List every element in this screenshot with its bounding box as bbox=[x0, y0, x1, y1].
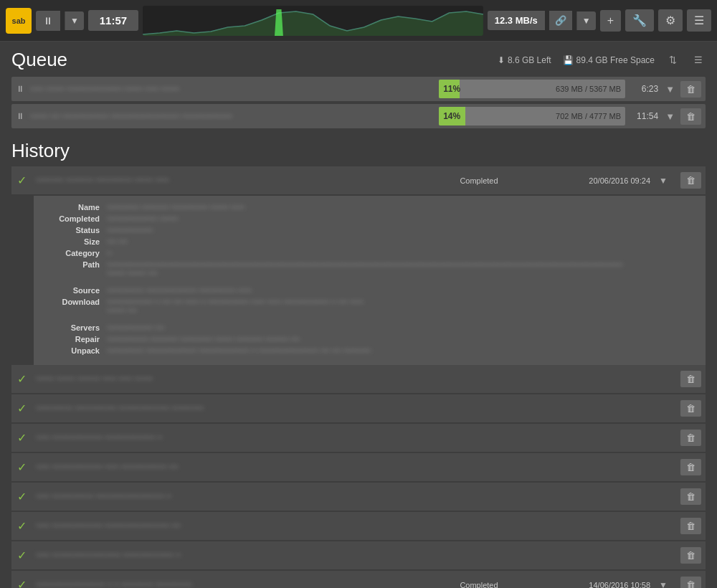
queue-eta: 11:54 bbox=[630, 111, 658, 121]
completed-check-icon: ✓ bbox=[17, 549, 27, 561]
history-item-delete-button[interactable]: 🗑 bbox=[680, 430, 701, 446]
detail-unpack-row: Unpack ~~~~~~~~ ~~~~~~~~~~~ ~~~~~~~~~~~ … bbox=[42, 346, 697, 355]
queue-list-button[interactable]: ☰ bbox=[691, 53, 706, 67]
history-item-delete-button[interactable]: 🗑 bbox=[680, 172, 701, 189]
queue-item-delete-button[interactable]: 🗑 bbox=[680, 81, 701, 98]
speed-display: 12.3 MB/s bbox=[488, 11, 545, 30]
queue-progress-label: 14% bbox=[443, 111, 460, 121]
history-item-date: 14/06/2016 10:58 bbox=[589, 581, 650, 589]
history-item-name: ~~~ ~~~~~~~~~~~~~~~ ~~~~~~~~~~~ ~ bbox=[36, 551, 181, 559]
history-row[interactable]: ✓ ~~~ ~~~~~~~~~~~ ~~~~~~~~~~~ ~ 🗑 bbox=[11, 423, 706, 452]
speed-dropdown-button[interactable]: ▼ bbox=[576, 11, 596, 30]
completed-check-icon: ✓ bbox=[17, 174, 27, 186]
queue-free-space: 💾 89.4 GB Free Space bbox=[563, 55, 655, 65]
history-row[interactable]: ✓ ~~~~~~~~~~~~~~~ ~ ~ ~~~~~~~ ~~~~~~~~ C… bbox=[11, 570, 706, 588]
sparkline-chart bbox=[143, 6, 483, 36]
queue-left: ⬇ 8.6 GB Left bbox=[498, 55, 551, 65]
queue-sort-button[interactable]: ⇅ bbox=[666, 53, 680, 67]
download-icon: ⬇ bbox=[498, 55, 505, 65]
completed-check-icon: ✓ bbox=[17, 461, 27, 473]
pause-dropdown-button[interactable]: ▼ bbox=[65, 11, 84, 30]
completed-check-icon: ✓ bbox=[17, 490, 27, 503]
history-item-delete-button[interactable]: 🗑 bbox=[680, 371, 701, 387]
detail-size-value: ~~ ~~ bbox=[107, 237, 128, 246]
main-content: Queue ⬇ 8.6 GB Left 💾 89.4 GB Free Space… bbox=[0, 42, 717, 588]
queue-item: ⏸ ~~~~ ~~ ~~~~~~~~~~ ~~~~~~~~~~~~~~~ ~~~… bbox=[11, 104, 706, 128]
queue-item-name: ~~~ ~~~~ ~~~~~~~~~~~~ ~~~~ ~~~ ~~~~ bbox=[30, 85, 435, 93]
hdd-icon: 💾 bbox=[563, 55, 574, 65]
queue-item-actions: ▼ 🗑 bbox=[663, 108, 701, 125]
history-item-dropdown-button[interactable]: ▼ bbox=[659, 580, 668, 589]
history-item-status: Completed bbox=[460, 581, 498, 589]
time-display: 11:57 bbox=[88, 10, 138, 31]
history-row[interactable]: ✓ ~~~~~~~~ ~~~~~~~~~ ~~~~~~~~~~~ ~~~~~~~… bbox=[11, 394, 706, 423]
queue-item-name: ~~~~ ~~ ~~~~~~~~~~ ~~~~~~~~~~~~~~~ ~~~~~… bbox=[30, 112, 435, 120]
history-row[interactable]: ✓ ~~~ ~~~~~~~~~~~~~~~ ~~~~~~~~~~~ ~ 🗑 bbox=[11, 541, 706, 570]
history-item-name: ~~~ ~~~~~~~~~~~ ~~~ ~~~~~~~~~~ ~~ bbox=[36, 463, 179, 471]
detail-path-value: ~~~~~~~~~~~~~~~~~~~~~~~~~~~~~~~~~~~~~~~~… bbox=[107, 260, 622, 278]
history-row[interactable]: ✓ ~~~ ~~~~~~~~~~~ ~~~~~~~~~~~~~~ ~~ 🗑 bbox=[11, 511, 706, 541]
completed-check-icon: ✓ bbox=[17, 432, 27, 444]
detail-completed-value: ~~~~~~~~~~~ ~~~~ bbox=[107, 214, 178, 223]
history-detail-panel: Name ~~~~~~~ ~~~~~~ ~~~~~~~~ ~~~~ ~~~ Co… bbox=[32, 196, 706, 365]
add-button[interactable]: + bbox=[600, 10, 621, 32]
history-item-name: ~~~ ~~~~~~~~~~~ ~~~~~~~~~~~~~~ ~~ bbox=[36, 521, 181, 530]
history-item-name: ~~~~~~ ~~~~~~ ~~~~~~~~ ~~~~ ~~~ bbox=[36, 176, 169, 184]
history-table: ✓ ~~~~~~ ~~~~~~ ~~~~~~~~ ~~~~ ~~~ Comple… bbox=[11, 166, 706, 588]
history-item-date: 20/06/2016 09:24 bbox=[589, 176, 650, 185]
detail-completed-label: Completed bbox=[42, 214, 107, 223]
queue-item-actions: ▼ 🗑 bbox=[663, 81, 701, 98]
queue-item-pause-icon: ⏸ bbox=[16, 111, 26, 121]
detail-name-label: Name bbox=[42, 203, 107, 212]
queue-item-pause-icon: ⏸ bbox=[16, 84, 26, 94]
completed-check-icon: ✓ bbox=[17, 402, 27, 414]
detail-download-label: Download bbox=[42, 298, 107, 315]
detail-unpack-label: Unpack bbox=[42, 346, 107, 355]
gear-button[interactable]: ⚙ bbox=[658, 9, 683, 32]
detail-size-row: Size ~~ ~~ bbox=[42, 237, 697, 246]
detail-completed-row: Completed ~~~~~~~~~~~ ~~~~ bbox=[42, 214, 697, 223]
history-item-delete-button[interactable]: 🗑 bbox=[680, 459, 701, 475]
queue-progress-size: 702 MB / 4777 MB bbox=[556, 112, 621, 120]
history-item-name: ~~~~~~~~~~~~~~~ ~ ~ ~~~~~~~ ~~~~~~~~ bbox=[36, 580, 192, 589]
topbar: sab ⏸ ▼ 11:57 12.3 MB/s 🔗 ▼ + 🔧 ⚙ ☰ bbox=[0, 0, 717, 42]
detail-category-row: Category ~ bbox=[42, 249, 697, 257]
menu-button[interactable]: ☰ bbox=[687, 9, 711, 32]
history-item-dropdown-button[interactable]: ▼ bbox=[659, 176, 668, 186]
queue-progress-bar: 14% 702 MB / 4777 MB bbox=[439, 107, 625, 125]
history-item-delete-button[interactable]: 🗑 bbox=[680, 547, 701, 564]
detail-source-label: Source bbox=[42, 286, 107, 295]
detail-name-row: Name ~~~~~~~ ~~~~~~ ~~~~~~~~ ~~~~ ~~~ bbox=[42, 203, 697, 212]
detail-servers-row: Servers ~~~~~~~~~~ ~~ bbox=[42, 323, 697, 332]
queue-section-header: Queue ⬇ 8.6 GB Left 💾 89.4 GB Free Space… bbox=[11, 42, 706, 77]
history-item-delete-button[interactable]: 🗑 bbox=[680, 488, 701, 505]
history-item-delete-button[interactable]: 🗑 bbox=[680, 518, 701, 534]
completed-check-icon: ✓ bbox=[17, 373, 27, 385]
history-item-name: ~~~~ ~~~~ ~~~~~ ~~~ ~~~ ~~~~ bbox=[36, 374, 153, 383]
history-item-delete-button[interactable]: 🗑 bbox=[680, 577, 701, 588]
logo: sab bbox=[6, 8, 32, 34]
history-item-name: ~~~~~~~~ ~~~~~~~~~ ~~~~~~~~~~~ ~~~~~~~ bbox=[36, 404, 204, 412]
queue-item-delete-button[interactable]: 🗑 bbox=[680, 108, 701, 125]
detail-repair-value: ~~~~~~~~~ ~~~~~~ ~~~~~~~ ~~~~ ~~~~~~ ~~~… bbox=[107, 335, 300, 343]
history-item-delete-button[interactable]: 🗑 bbox=[680, 400, 701, 417]
pause-button[interactable]: ⏸ bbox=[36, 11, 60, 31]
link-icon: 🔗 bbox=[549, 11, 572, 30]
queue-title: Queue bbox=[11, 49, 67, 71]
history-row[interactable]: ✓ ~~~~~~ ~~~~~~ ~~~~~~~~ ~~~~ ~~~ Comple… bbox=[11, 166, 706, 195]
history-row[interactable]: ✓ ~~~ ~~~~~~~~~~~ ~~~ ~~~~~~~~~~ ~~ 🗑 bbox=[11, 452, 706, 482]
wrench-button[interactable]: 🔧 bbox=[625, 9, 654, 32]
completed-check-icon: ✓ bbox=[17, 579, 27, 588]
queue-meta: ⬇ 8.6 GB Left 💾 89.4 GB Free Space ⇅ ☰ bbox=[498, 53, 706, 67]
detail-source-row: Source ~~~~~~~~ ~~~~~~~~~~~ ~~~~~~~~ ~~~ bbox=[42, 286, 697, 295]
queue-item-dropdown-button[interactable]: ▼ bbox=[663, 82, 678, 96]
queue-item-dropdown-button[interactable]: ▼ bbox=[663, 110, 678, 123]
history-row[interactable]: ✓ ~~~ ~~~~~~~~~ ~~~~~~~~~~~~~~~ ~ 🗑 bbox=[11, 482, 706, 511]
history-item-status: Completed bbox=[460, 176, 498, 185]
detail-servers-label: Servers bbox=[42, 323, 107, 332]
history-title: History bbox=[11, 131, 706, 166]
history-row[interactable]: ✓ ~~~~ ~~~~ ~~~~~ ~~~ ~~~ ~~~~ 🗑 bbox=[11, 365, 706, 394]
detail-category-label: Category bbox=[42, 249, 107, 257]
detail-category-value: ~ bbox=[107, 249, 111, 257]
detail-repair-label: Repair bbox=[42, 335, 107, 343]
